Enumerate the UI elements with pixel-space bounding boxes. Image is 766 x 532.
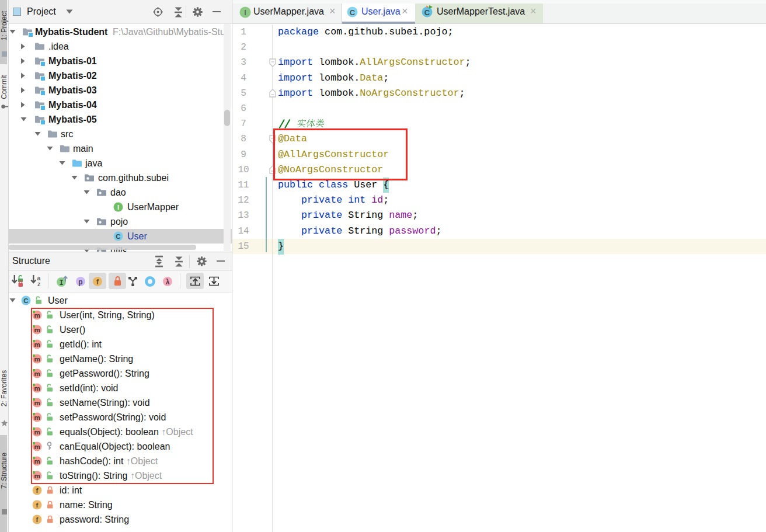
- svg-text:C: C: [23, 297, 28, 304]
- svg-text:λ: λ: [166, 278, 170, 286]
- svg-text:C: C: [350, 8, 356, 17]
- svg-text:p: p: [78, 278, 82, 286]
- svg-text:I: I: [59, 279, 63, 287]
- svg-text:f: f: [36, 502, 39, 509]
- svg-text:I: I: [117, 204, 119, 211]
- svg-text:I: I: [244, 8, 246, 17]
- svg-text:C: C: [424, 8, 430, 17]
- svg-text:C: C: [116, 233, 120, 240]
- svg-text:f: f: [36, 487, 39, 494]
- svg-text:z: z: [37, 280, 40, 287]
- svg-text:f: f: [36, 516, 39, 523]
